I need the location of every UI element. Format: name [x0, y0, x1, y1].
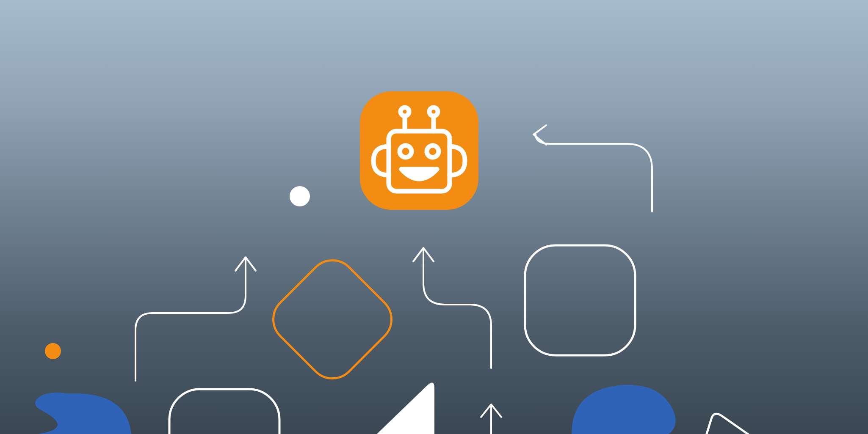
- blue-blob-left-icon: [35, 393, 131, 434]
- white-dot-icon: [290, 186, 310, 206]
- white-rounded-square-bottom-left-icon: [169, 389, 279, 434]
- decorative-graphic: [0, 0, 868, 434]
- orange-diamond-icon: [263, 250, 401, 388]
- robot-badge: [360, 91, 478, 210]
- arrow-bottom-up-icon: [481, 404, 501, 434]
- white-rounded-square-right-icon: [525, 245, 635, 355]
- arrow-left-up-icon: [135, 257, 256, 381]
- white-triangle-bottom-right-icon: [694, 414, 804, 434]
- svg-rect-0: [263, 250, 401, 388]
- orange-dot-icon: [45, 343, 61, 359]
- arrow-center-up-icon: [413, 248, 491, 368]
- white-triangle-bottom-icon: [377, 383, 434, 434]
- arrow-top-right-back-icon: [534, 125, 652, 212]
- blue-blob-right-icon: [572, 385, 676, 434]
